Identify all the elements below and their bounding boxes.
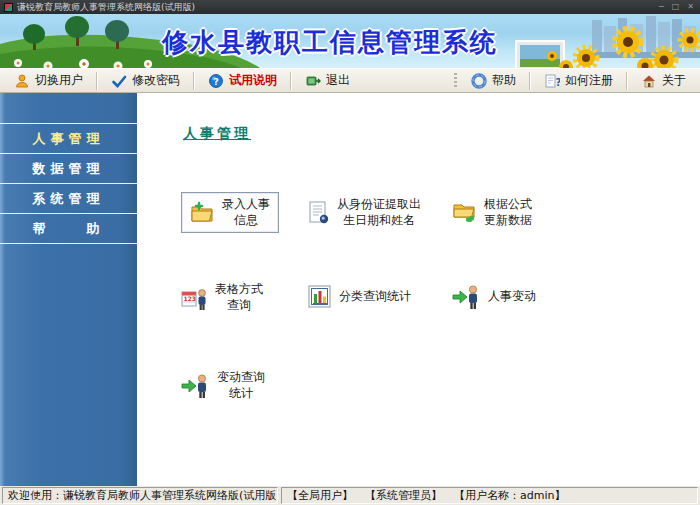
menu-item-label: 从身份证提取出 [337, 197, 421, 213]
toolbar-separator [626, 72, 628, 90]
close-button[interactable]: ✕ [687, 2, 694, 12]
switch-user-button[interactable]: 切换用户 [4, 69, 93, 92]
toolbar-grip [454, 73, 457, 89]
menu-item-label: 人事变动 [488, 289, 536, 305]
toolbar-separator [290, 72, 292, 90]
status-welcome-panel: 欢迎使用：谦锐教育局教师人事管理系统网络版(试用版) [2, 487, 278, 504]
main-panel: 人事管理 录入人事 信息 从身份证提取出 生日期和姓名 [137, 93, 700, 486]
menu-item-label: 生日期和姓名 [337, 213, 421, 229]
exit-door-icon [305, 73, 321, 89]
svg-text:?: ? [556, 77, 561, 88]
sidebar: 人事管理 数据管理 系统管理 帮 助 [0, 93, 137, 486]
menu-item-label: 信息 [222, 213, 270, 229]
sidebar-divider [0, 243, 137, 244]
title-bar: 谦锐教育局教师人事管理系统网络版(试用版) ─ □ ✕ [0, 0, 700, 14]
toolbar-separator [96, 72, 98, 90]
sidebar-item-personnel[interactable]: 人事管理 [0, 123, 137, 153]
menu-item-label: 录入人事 [222, 197, 270, 213]
how-to-register-button[interactable]: ? 如何注册 [534, 69, 623, 92]
info-circle-icon: ? [208, 73, 224, 89]
user-icon [14, 73, 30, 89]
sidebar-spacer [0, 93, 137, 123]
toolbar: 切换用户 修改密码 ? 试用说明 退出 帮助 [0, 68, 700, 93]
minimize-button[interactable]: ─ [659, 2, 664, 12]
window-title: 谦锐教育局教师人事管理系统网络版(试用版) [17, 1, 659, 14]
help-label: 帮助 [492, 72, 516, 89]
about-house-icon [641, 73, 657, 89]
exit-button[interactable]: 退出 [295, 69, 360, 92]
menu-item-personnel-change[interactable]: 人事变动 [452, 284, 536, 310]
menu-item-change-statistics[interactable]: 变动查询 统计 [181, 370, 265, 401]
status-user-panel: 【全局用户】 【系统管理员】 【用户名称：admin】 [281, 487, 698, 504]
menu-item-label: 表格方式 [215, 282, 263, 298]
status-role: 【系统管理员】 [365, 488, 442, 503]
status-scope: 【全局用户】 [287, 488, 353, 503]
app-icon [4, 3, 13, 12]
sidebar-item-data[interactable]: 数据管理 [0, 153, 137, 183]
menu-item-category-statistics[interactable]: 分类查询统计 [307, 284, 411, 310]
folder-refresh-icon [452, 201, 478, 225]
help-buoy-icon [471, 73, 487, 89]
trial-notes-button[interactable]: ? 试用说明 [198, 69, 287, 92]
exit-label: 退出 [326, 72, 350, 89]
menu-item-label: 分类查询统计 [339, 289, 411, 305]
page-title: 人事管理 [183, 125, 251, 143]
menu-item-label: 变动查询 [217, 370, 265, 386]
person-arrow-icon [452, 284, 482, 310]
change-password-button[interactable]: 修改密码 [101, 69, 190, 92]
menu-item-label: 查询 [215, 298, 263, 314]
menu-item-update-by-formula[interactable]: 根据公式 更新数据 [452, 197, 532, 228]
about-label: 关于 [662, 72, 686, 89]
table-person-icon: 123 [181, 285, 209, 311]
help-button[interactable]: 帮助 [461, 69, 526, 92]
trial-notes-label: 试用说明 [229, 72, 277, 89]
change-password-label: 修改密码 [132, 72, 180, 89]
register-question-icon: ? [544, 73, 560, 89]
status-bar: 欢迎使用：谦锐教育局教师人事管理系统网络版(试用版) 【全局用户】 【系统管理员… [0, 486, 700, 505]
id-document-icon [307, 200, 331, 226]
menu-item-enter-personnel-info[interactable]: 录入人事 信息 [181, 192, 279, 233]
bar-chart-icon [307, 284, 333, 310]
check-icon [111, 73, 127, 89]
banner: 修水县教职工信息管理系统 [0, 14, 700, 68]
person-arrow-icon [181, 373, 211, 399]
status-welcome-text: 欢迎使用：谦锐教育局教师人事管理系统网络版(试用版) [8, 488, 278, 503]
about-button[interactable]: 关于 [631, 69, 696, 92]
svg-text:123: 123 [184, 295, 197, 302]
status-username: 【用户名称：admin】 [454, 488, 565, 503]
menu-item-label: 统计 [217, 386, 265, 402]
toolbar-separator [193, 72, 195, 90]
menu-item-table-query[interactable]: 123 表格方式 查询 [181, 282, 263, 313]
svg-text:?: ? [213, 77, 218, 87]
sidebar-item-system[interactable]: 系统管理 [0, 183, 137, 213]
banner-title: 修水县教职工信息管理系统 [10, 25, 650, 60]
switch-user-label: 切换用户 [35, 72, 83, 89]
menu-item-label: 根据公式 [484, 197, 532, 213]
sidebar-item-help[interactable]: 帮 助 [0, 213, 137, 243]
menu-item-label: 更新数据 [484, 213, 532, 229]
how-to-register-label: 如何注册 [565, 72, 613, 89]
toolbar-separator [529, 72, 531, 90]
menu-item-extract-from-id[interactable]: 从身份证提取出 生日期和姓名 [307, 197, 421, 228]
maximize-button[interactable]: □ [672, 2, 680, 12]
folder-plus-icon [190, 201, 216, 225]
content-area: 人事管理 数据管理 系统管理 帮 助 人事管理 录入人事 信息 [0, 93, 700, 486]
